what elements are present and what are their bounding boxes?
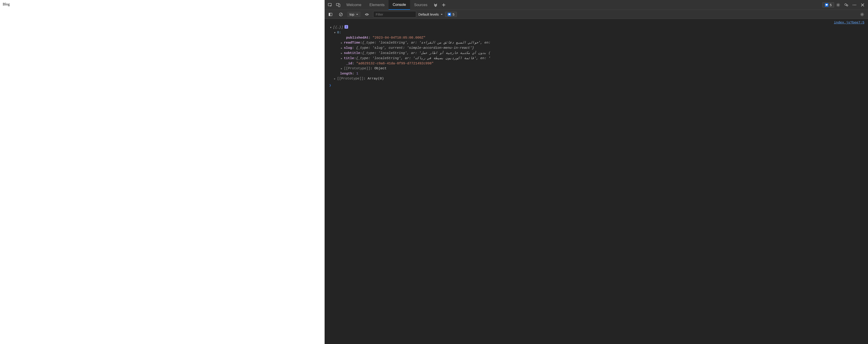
log-prototype-array[interactable]: [[Prototype]]: Array(0) <box>327 76 868 81</box>
tab-sources[interactable]: Sources <box>410 0 432 10</box>
tab-welcome[interactable]: Welcome <box>342 0 365 10</box>
device-toolbar-icon[interactable] <box>334 1 342 9</box>
filter-input[interactable] <box>373 11 416 18</box>
log-prop-subtitle[interactable]: subtitle: {_type: 'localeString', ar: 'ب… <box>327 51 868 56</box>
disclosure-triangle-icon[interactable] <box>340 66 343 71</box>
svg-rect-10 <box>329 13 330 16</box>
console-toolbar: top Default levels 5 <box>324 10 868 19</box>
disclosure-triangle-icon[interactable] <box>340 56 343 61</box>
svg-point-7 <box>854 4 855 5</box>
toolbar-issues-badge[interactable]: 5 <box>445 12 457 17</box>
more-tabs-icon[interactable] <box>432 1 440 9</box>
devtools-panel: Welcome Elements Console Sources <box>324 0 868 344</box>
info-badge-icon[interactable]: i <box>344 25 348 29</box>
devtools-tabstrip: Welcome Elements Console Sources <box>324 0 868 10</box>
disclosure-triangle-icon[interactable] <box>333 30 336 35</box>
log-levels-dropdown[interactable]: Default levels <box>418 12 443 16</box>
log-array-summary[interactable]: [{…}] i <box>327 25 868 30</box>
live-expression-icon[interactable] <box>363 10 371 19</box>
log-index-0[interactable]: 0: <box>327 30 868 35</box>
issues-badge[interactable]: 5 <box>822 2 834 7</box>
svg-point-3 <box>837 4 839 6</box>
log-prop-readTime[interactable]: readTime: {_type: 'localeString', ar: 'ح… <box>327 40 868 45</box>
disclosure-triangle-icon[interactable] <box>333 76 336 81</box>
console-prompt[interactable]: ❯ <box>327 81 868 88</box>
chevron-down-icon <box>440 13 443 15</box>
context-label: top <box>349 12 354 16</box>
source-link[interactable]: index.js?bee7:5 <box>834 21 864 25</box>
feedback-icon[interactable] <box>842 1 850 9</box>
inspect-element-icon[interactable] <box>326 1 334 9</box>
clear-console-icon[interactable] <box>337 10 345 19</box>
chevron-down-icon <box>356 13 358 15</box>
svg-point-13 <box>862 14 863 15</box>
log-prop-publishedAt[interactable]: publishedAt: "2023-04-04T10:05:00.000Z" <box>327 35 868 40</box>
tab-console[interactable]: Console <box>389 0 410 10</box>
log-prop-slug[interactable]: slug: {_type: 'slug', current: 'simple-a… <box>327 45 868 51</box>
context-selector[interactable]: top <box>347 11 361 17</box>
issue-bubble-icon <box>447 13 451 16</box>
svg-point-8 <box>855 4 856 5</box>
close-devtools-icon[interactable] <box>859 1 867 9</box>
svg-point-4 <box>845 4 846 5</box>
log-prop-title[interactable]: title: {_type: 'localeString', ar: 'قائم… <box>327 56 868 61</box>
svg-rect-0 <box>328 3 331 6</box>
page-heading: Blog <box>3 2 10 6</box>
toggle-sidebar-icon[interactable] <box>327 10 335 19</box>
disclosure-triangle-icon[interactable] <box>329 25 332 30</box>
disclosure-triangle-icon[interactable] <box>340 40 343 45</box>
issue-count: 5 <box>453 12 454 16</box>
log-prop-length[interactable]: length: 1 <box>327 71 868 76</box>
new-tab-icon[interactable] <box>440 1 448 9</box>
settings-icon[interactable] <box>834 1 842 9</box>
more-options-icon[interactable] <box>850 1 859 9</box>
svg-rect-2 <box>338 4 340 7</box>
console-output: index.js?bee7:5 [{…}] i 0: publishedAt: … <box>324 19 868 344</box>
log-prototype-object[interactable]: [[Prototype]]: Object <box>327 66 868 71</box>
disclosure-triangle-icon[interactable] <box>340 51 343 56</box>
svg-point-6 <box>852 4 853 5</box>
levels-label: Default levels <box>418 12 439 16</box>
issue-count: 5 <box>830 3 832 7</box>
disclosure-triangle-icon[interactable] <box>340 45 343 51</box>
console-settings-icon[interactable] <box>858 10 866 19</box>
page-viewport: Blog <box>0 0 324 344</box>
svg-point-5 <box>846 5 848 6</box>
log-prop-id[interactable]: _id: "ad629132-c9a6-41da-8f99-d7721492c9… <box>327 61 868 66</box>
tab-elements[interactable]: Elements <box>366 0 389 10</box>
issue-bubble-icon <box>825 3 829 7</box>
